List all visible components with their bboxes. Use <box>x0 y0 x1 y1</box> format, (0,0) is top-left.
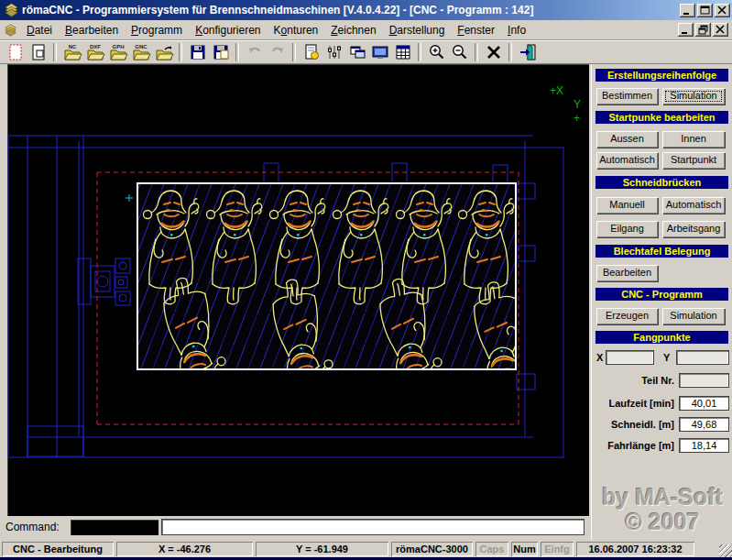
command-prompt-box[interactable] <box>71 520 158 535</box>
program-properties-button[interactable] <box>300 41 322 63</box>
teil-nr-label: Teil Nr. <box>595 373 674 389</box>
zoom-in-icon <box>428 43 446 61</box>
import-file-button[interactable] <box>152 41 175 63</box>
mdi-close-button[interactable] <box>713 23 728 37</box>
copy-program-button[interactable] <box>27 41 49 63</box>
open-gnc-button[interactable]: GNC <box>129 41 152 63</box>
arbeitsgang-button[interactable]: Arbeitsgang <box>662 221 725 237</box>
drawing-canvas[interactable]: +X Y + <box>7 64 589 516</box>
status-mode: CNC - Bearbeitung <box>2 542 114 556</box>
fang-y-field[interactable] <box>676 350 729 365</box>
folder-import-icon <box>154 43 174 62</box>
toolbar-separator <box>418 43 421 61</box>
simulation-cnc-button[interactable]: Simulation <box>662 308 725 324</box>
header-erstellungsreihenfolge: Erstellungsreihenfolge <box>595 69 728 82</box>
schneidlaenge-value: 49,68 <box>679 417 729 432</box>
bearbeiten-button[interactable]: Bearbeiten <box>596 265 658 281</box>
svg-text:GNC: GNC <box>135 44 147 49</box>
erzeugen-button[interactable]: Erzeugen <box>596 308 658 324</box>
save-floppy-icon <box>189 43 207 61</box>
settings-sliders-button[interactable] <box>322 41 345 63</box>
status-caps-indicator: Caps <box>475 542 508 556</box>
menu-konfigurieren[interactable]: Konfigurieren <box>189 22 267 38</box>
command-bar: Command: <box>0 516 591 540</box>
menu-bar: Datei Bearbeiten Programm Konfigurieren … <box>0 20 732 40</box>
table-icon <box>394 43 412 61</box>
toolbar-separator <box>292 43 296 61</box>
watermark-line1: by MA-Soft <box>592 484 732 511</box>
mdi-minimize-button[interactable] <box>678 23 694 37</box>
save-as-button[interactable] <box>209 41 232 63</box>
bestimmen-button[interactable]: Bestimmen <box>596 88 658 104</box>
sliders-icon <box>325 43 344 61</box>
close-button[interactable] <box>715 4 730 17</box>
eilgang-button[interactable]: Eilgang <box>596 221 658 237</box>
schneidlaenge-label: Schneidl. [m] <box>595 417 674 433</box>
laufzeit-label: Laufzeit [min] <box>595 396 674 412</box>
menu-bearbeiten[interactable]: Bearbeiten <box>59 22 125 38</box>
startpunkt-button[interactable]: Startpunkt <box>662 152 725 169</box>
simulation-reihenfolge-button[interactable]: Simulation <box>662 88 725 104</box>
menu-fenster[interactable]: Fenster <box>451 22 501 38</box>
menu-darstellung[interactable]: Darstellung <box>383 22 452 38</box>
screen-icon <box>371 43 389 61</box>
header-schneidbruecken: Schneidbrücken <box>595 176 728 189</box>
toolbar: NC DXF GPH GNC <box>0 40 732 64</box>
exit-button[interactable] <box>516 41 539 63</box>
zoom-in-button[interactable] <box>425 41 448 63</box>
aussen-button[interactable]: Aussen <box>596 131 658 148</box>
window-list-button[interactable] <box>345 41 368 63</box>
automatisch-bruecken-button[interactable]: Automatisch <box>662 197 725 214</box>
teil-nr-field[interactable] <box>679 373 729 388</box>
automatisch-startpunkt-button[interactable]: Automatisch <box>596 152 658 169</box>
fahrlaenge-label: Fahrlänge [m] <box>595 438 674 454</box>
nc-table-button[interactable] <box>391 41 414 63</box>
save-button[interactable] <box>186 41 209 63</box>
toolbar-separator <box>475 43 478 61</box>
cad-drawing: +X Y + <box>7 64 589 516</box>
header-blechtafel: Blechtafel Belegung <box>595 245 728 258</box>
zoom-out-button[interactable] <box>448 41 471 63</box>
svg-text:NC: NC <box>68 44 76 49</box>
menu-programm[interactable]: Programm <box>125 22 189 38</box>
menu-zeichnen[interactable]: Zeichnen <box>324 22 382 38</box>
fang-x-field[interactable] <box>606 350 654 365</box>
fang-x-label: X <box>596 350 606 366</box>
new-program-button[interactable] <box>4 41 27 63</box>
mdi-child-icon[interactable] <box>4 24 17 37</box>
svg-text:DXF: DXF <box>90 44 101 49</box>
folder-gph-icon: GPH <box>108 43 128 62</box>
torch-carriage <box>78 258 130 305</box>
title-bar: römaCNC - Programmiersystem für Brennsch… <box>0 0 732 20</box>
save-as-floppy-icon <box>212 43 230 61</box>
maximize-button[interactable] <box>697 4 713 17</box>
delete-x-icon <box>485 43 503 61</box>
simulation-screen-button[interactable] <box>368 41 391 63</box>
delete-button[interactable] <box>482 41 505 63</box>
minimize-button[interactable] <box>680 4 695 17</box>
innen-button[interactable]: Innen <box>662 131 725 148</box>
axis-x-label: +X <box>550 84 563 97</box>
resize-grip[interactable] <box>719 544 732 557</box>
open-gph-button[interactable]: GPH <box>106 41 129 63</box>
exit-door-icon <box>519 43 537 61</box>
toolbar-separator <box>508 43 512 61</box>
menu-info[interactable]: Info <box>501 22 532 38</box>
toolbar-separator <box>53 43 57 61</box>
status-y-coordinate: Y = -61.949 <box>256 542 388 556</box>
undo-button[interactable] <box>243 41 266 63</box>
open-dxf-button[interactable]: DXF <box>83 41 106 63</box>
status-machine: römaCNC-3000 <box>391 542 473 556</box>
command-input[interactable] <box>161 519 585 535</box>
redo-button[interactable] <box>266 41 289 63</box>
menu-datei[interactable]: Datei <box>20 22 59 38</box>
manuell-button[interactable]: Manuell <box>596 197 658 214</box>
mdi-restore-button[interactable] <box>695 23 711 37</box>
status-einfg-indicator: Einfg <box>541 542 574 556</box>
axis-y-plus: + <box>574 112 580 125</box>
folder-nc-icon: NC <box>62 43 82 62</box>
document-copy-icon <box>29 43 48 61</box>
menu-konturen[interactable]: Konturen <box>268 22 325 38</box>
open-nc-button[interactable]: NC <box>60 41 83 63</box>
toolbar-separator <box>235 43 239 61</box>
